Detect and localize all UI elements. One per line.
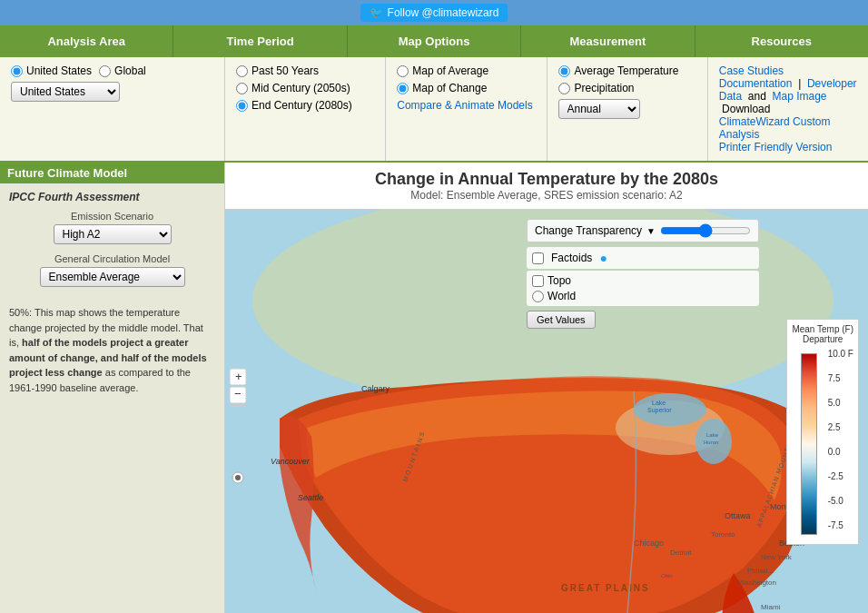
- map-area: Change in Annual Temperature by the 2080…: [225, 163, 868, 613]
- svg-point-49: [235, 475, 241, 480]
- nav-bar: Analysis Area Time Period Map Options Me…: [0, 25, 868, 57]
- factoids-checkbox[interactable]: [532, 252, 544, 264]
- radio-us[interactable]: [11, 65, 23, 77]
- resources-cell: Case Studies Documentation | Developer D…: [708, 57, 868, 161]
- svg-text:Vancouver: Vancouver: [271, 457, 311, 466]
- avg-temp-label[interactable]: Average Temperature: [575, 64, 679, 77]
- nav-time-period[interactable]: Time Period: [173, 25, 347, 57]
- svg-text:Washington: Washington: [738, 578, 776, 587]
- left-panel: Future Climate Model IPCC Fourth Assessm…: [0, 163, 225, 613]
- map-image-link[interactable]: Map Image: [772, 90, 826, 103]
- legend-gradient: [801, 353, 817, 535]
- radio-map-change[interactable]: [397, 83, 409, 94]
- printer-friendly-link[interactable]: Printer Friendly Version: [719, 141, 833, 153]
- time-end-label[interactable]: End Century (2080s): [236, 99, 352, 112]
- map-options-cell: Map of Average Map of Change Compare & A…: [386, 57, 547, 161]
- twitter-bar: 🐦 Follow @climatewizard: [0, 0, 868, 25]
- legend-labels: 10.0 F 7.5 5.0 2.5 0.0 -2.5 -5.0 -7.5: [828, 349, 853, 530]
- get-values-button[interactable]: Get Values: [527, 311, 596, 329]
- legend-val-5: 0.0: [828, 447, 853, 457]
- svg-text:Seattle: Seattle: [298, 493, 323, 502]
- future-climate-section-title: Future Climate Model: [0, 163, 224, 183]
- world-radio[interactable]: [532, 291, 544, 302]
- svg-text:Huron: Huron: [704, 440, 718, 445]
- measurement-cell: Average Temperature Precipitation Annual: [547, 57, 708, 161]
- map-header: Change in Annual Temperature by the 2080…: [225, 163, 868, 210]
- custom-analysis-link[interactable]: ClimateWizard Custom Analysis: [719, 115, 831, 141]
- transparency-down-icon: ▼: [646, 226, 656, 236]
- svg-text:Detroit: Detroit: [670, 549, 692, 557]
- nav-map-options[interactable]: Map Options: [348, 25, 521, 57]
- legend-val-7: -5.0: [828, 496, 853, 506]
- developer-link[interactable]: Developer: [807, 77, 857, 90]
- gcm-label: General Circulation Model: [9, 253, 215, 264]
- radio-precip[interactable]: [558, 83, 570, 94]
- analysis-area-dropdown[interactable]: United States: [11, 82, 120, 102]
- svg-text:Lake: Lake: [652, 400, 666, 406]
- factoids-radio-dot: ●: [599, 251, 607, 265]
- nav-measurement[interactable]: Measurement: [521, 25, 695, 57]
- radio-end[interactable]: [236, 100, 248, 112]
- radio-map-avg[interactable]: [397, 65, 409, 77]
- analysis-area-cell: United States Global United States: [0, 57, 225, 161]
- description-percent: 50%:: [9, 307, 32, 318]
- options-row: United States Global United States Past …: [0, 57, 868, 163]
- radio-avg-temp[interactable]: [558, 65, 570, 77]
- emission-dropdown[interactable]: High A2: [54, 224, 172, 244]
- map-avg-label[interactable]: Map of Average: [397, 64, 488, 77]
- map-title: Change in Annual Temperature by the 2080…: [232, 170, 861, 189]
- legend-val-1: 10.0 F: [828, 349, 853, 359]
- legend-title: Mean Temp (F)Departure: [792, 324, 853, 344]
- map-change-label[interactable]: Map of Change: [397, 82, 487, 94]
- compare-animate-link[interactable]: Compare & Animate Models: [397, 99, 535, 112]
- svg-text:Philad...: Philad...: [747, 567, 774, 575]
- radio-mid[interactable]: [236, 83, 248, 94]
- svg-text:Superior: Superior: [647, 407, 672, 414]
- color-legend: Mean Temp (F)Departure 10.0 F 7.5 5.0 2.…: [786, 319, 859, 545]
- topo-row: Topo World: [527, 271, 759, 306]
- legend-val-4: 2.5: [828, 422, 853, 432]
- svg-text:Ohio: Ohio: [661, 573, 673, 578]
- time-period-cell: Past 50 Years Mid Century (2050s) End Ce…: [225, 57, 386, 161]
- map-controls: Change Transparency ▼ Factoids ● Topo: [527, 219, 759, 329]
- topo-label: Topo: [547, 274, 571, 287]
- main-content: Future Climate Model IPCC Fourth Assessm…: [0, 163, 868, 613]
- legend-val-3: 5.0: [828, 398, 853, 408]
- radio-us-label[interactable]: United States: [11, 64, 92, 77]
- time-past-label[interactable]: Past 50 Years: [236, 64, 319, 77]
- period-dropdown[interactable]: Annual: [558, 99, 640, 119]
- twitter-follow-button[interactable]: 🐦 Follow @climatewizard: [360, 4, 508, 22]
- factoids-label: Factoids: [551, 252, 592, 264]
- svg-text:Ottawa: Ottawa: [725, 511, 751, 520]
- svg-text:Calgary: Calgary: [361, 384, 390, 393]
- transparency-label: Change Transparency: [535, 224, 642, 237]
- radio-global-label[interactable]: Global: [99, 64, 146, 77]
- svg-text:Miami: Miami: [761, 603, 781, 611]
- svg-text:GREAT PLAINS: GREAT PLAINS: [561, 583, 650, 593]
- ipcc-title: IPCC Fourth Assessment: [9, 191, 215, 203]
- svg-text:New York: New York: [761, 553, 793, 561]
- nav-analysis-area[interactable]: Analysis Area: [0, 25, 173, 57]
- legend-val-2: 7.5: [828, 373, 853, 383]
- radio-past[interactable]: [236, 65, 248, 77]
- precip-label[interactable]: Precipitation: [575, 82, 635, 94]
- transparency-control: Change Transparency ▼: [527, 219, 759, 242]
- emission-label: Emission Scenario: [9, 211, 215, 222]
- legend-val-8: -7.5: [828, 520, 853, 530]
- case-studies-link[interactable]: Case Studies: [719, 64, 784, 77]
- transparency-slider[interactable]: [660, 223, 751, 238]
- topo-checkbox[interactable]: [532, 275, 544, 287]
- nav-resources[interactable]: Resources: [695, 25, 868, 57]
- twitter-icon: 🐦: [370, 6, 383, 19]
- svg-text:−: −: [234, 387, 242, 400]
- legend-val-6: -2.5: [828, 471, 853, 481]
- radio-global[interactable]: [99, 65, 111, 77]
- svg-text:+: +: [235, 370, 242, 383]
- svg-rect-47: [230, 405, 246, 407]
- data-link[interactable]: Data: [719, 90, 742, 103]
- documentation-link[interactable]: Documentation: [719, 77, 793, 90]
- gcm-dropdown[interactable]: Ensemble Average: [40, 267, 185, 287]
- svg-text:Chicago: Chicago: [634, 539, 664, 548]
- map-subtitle: Model: Ensemble Average, SRES emission s…: [232, 189, 861, 202]
- time-mid-label[interactable]: Mid Century (2050s): [236, 82, 350, 94]
